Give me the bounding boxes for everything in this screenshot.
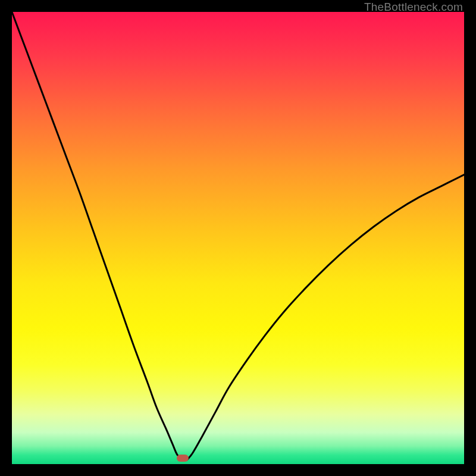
plot-area [12,12,464,464]
chart-frame: TheBottleneck.com [0,0,476,476]
bottleneck-curve [12,12,464,464]
curve-left-branch [12,12,183,459]
optimum-marker [177,455,189,462]
curve-right-branch [187,175,464,460]
